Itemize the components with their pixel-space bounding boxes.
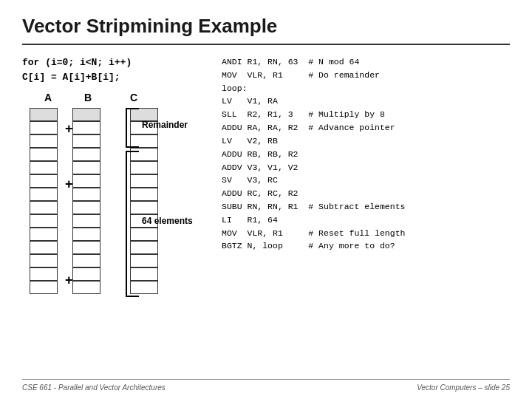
asm-line: ADDU RA, RA, R2 # Advance pointer	[222, 121, 510, 134]
asm-line: ADDU RB, RB, R2	[222, 148, 510, 161]
asm-line: SV V3, RC	[222, 174, 510, 187]
remainder-label: Remainder	[142, 120, 188, 130]
cell	[30, 254, 58, 267]
asm-line: ANDI R1, RN, 63 # N mod 64	[222, 55, 510, 69]
cell	[30, 201, 58, 214]
label-B: B	[69, 92, 106, 103]
for-line1: for (i=0; i<N; i++)	[22, 55, 214, 70]
cell	[72, 241, 100, 254]
footer-left: CSE 661 - Parallel and Vector Architectu…	[22, 383, 166, 392]
cell	[72, 254, 100, 267]
asm-line: loop:	[222, 82, 510, 95]
vector-A	[30, 108, 59, 294]
cell	[72, 108, 100, 121]
vector-B	[72, 108, 102, 294]
cell	[30, 267, 58, 281]
slide: Vector Stripmining Example for (i=0; i<N…	[0, 0, 532, 399]
for-line2: C[i] = A[i]+B[i];	[22, 70, 214, 85]
elements-label: 64 elements	[142, 216, 193, 226]
slide-title: Vector Stripmining Example	[22, 15, 510, 38]
vectors-row	[30, 108, 160, 294]
vector-diagram: A B C	[22, 92, 200, 321]
title-divider	[22, 44, 510, 45]
asm-line: ADDV V3, V1, V2	[222, 161, 510, 174]
cell	[30, 174, 58, 188]
cell	[30, 188, 58, 201]
plus-sign-1: +	[65, 121, 73, 137]
cell	[72, 148, 100, 161]
cell	[72, 281, 100, 294]
cell	[30, 241, 58, 254]
cell	[72, 214, 100, 228]
vector-labels: A B C	[30, 92, 152, 103]
cell	[72, 267, 100, 281]
remainder-bracket	[126, 108, 139, 148]
right-panel: ANDI R1, RN, 63 # N mod 64MOV VLR, R1 # …	[214, 55, 510, 321]
cell	[72, 174, 100, 188]
label-C: C	[115, 92, 152, 103]
asm-line: LI R1, 64	[222, 214, 510, 227]
asm-line: LV V1, RA	[222, 95, 510, 108]
footer: CSE 661 - Parallel and Vector Architectu…	[22, 379, 510, 392]
asm-line: BGTZ N, loop # Any more to do?	[222, 239, 510, 253]
cell	[72, 134, 100, 148]
cell	[72, 228, 100, 241]
assembly-code: ANDI R1, RN, 63 # N mod 64MOV VLR, R1 # …	[222, 55, 510, 253]
cell	[30, 134, 58, 148]
cell	[30, 108, 58, 121]
cell	[72, 121, 100, 134]
cell	[72, 188, 100, 201]
asm-line: LV V2, RB	[222, 134, 510, 148]
cell	[30, 148, 58, 161]
asm-line: SUBU RN, RN, R1 # Subtract elements	[222, 200, 510, 214]
cell	[30, 281, 58, 294]
asm-line: MOV VLR, R1 # Reset full length	[222, 227, 510, 240]
cell	[72, 201, 100, 214]
for-loop-code: for (i=0; i<N; i++) C[i] = A[i]+B[i];	[22, 55, 214, 84]
plus-sign-2: +	[65, 177, 73, 192]
asm-line: ADDU RC, RC, R2	[222, 187, 510, 200]
footer-right: Vector Computers – slide 25	[417, 383, 510, 392]
cell	[72, 161, 100, 174]
elements-bracket	[126, 151, 139, 297]
cell	[30, 121, 58, 134]
content-area: for (i=0; i<N; i++) C[i] = A[i]+B[i]; A …	[22, 55, 510, 321]
asm-line: SLL R2, R1, 3 # Multiply by 8	[222, 108, 510, 121]
label-A: A	[30, 92, 66, 103]
left-panel: for (i=0; i<N; i++) C[i] = A[i]+B[i]; A …	[22, 55, 214, 321]
cell	[30, 228, 58, 241]
asm-line: MOV VLR, R1 # Do remainder	[222, 69, 510, 82]
plus-sign-3: +	[65, 273, 73, 288]
cell	[30, 214, 58, 228]
cell	[30, 161, 58, 174]
